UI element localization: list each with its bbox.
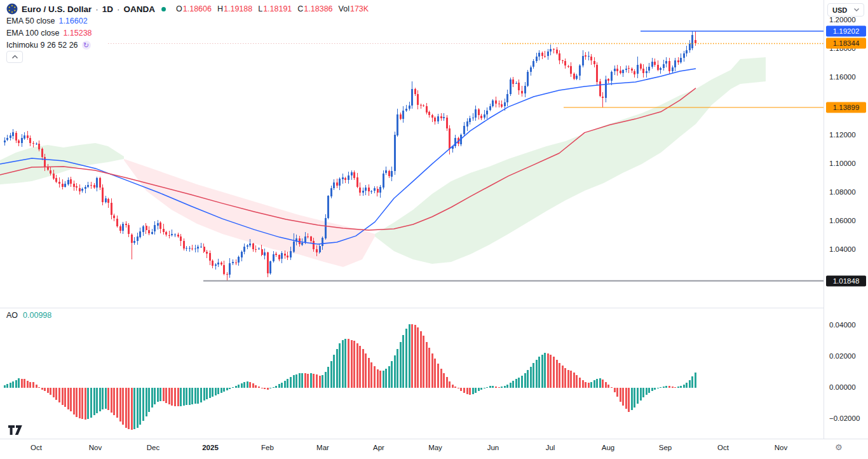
price-tick-label: 1.04000 xyxy=(829,245,856,253)
ema100-label: EMA 100 close xyxy=(6,29,59,38)
open-label: O xyxy=(176,4,182,13)
time-axis[interactable]: ⚙ OctNovDec2025FebMarAprMayJunJulAugSepO… xyxy=(0,439,868,459)
ema100-legend-row[interactable]: EMA 100 close 1.15238 xyxy=(6,28,369,38)
price-tick-label: 1.06000 xyxy=(829,217,856,224)
chart-legend: Euro / U.S. Dollar · 1D · OANDA O1.18606… xyxy=(6,4,369,50)
month-label: Jul xyxy=(546,444,555,451)
ao-legend-row[interactable]: AO 0.00998 xyxy=(6,311,51,320)
price-tick-label: 1.10000 xyxy=(829,160,856,167)
chevron-up-icon xyxy=(12,55,18,58)
trading-chart-app: Euro / U.S. Dollar · 1D · OANDA O1.18606… xyxy=(0,0,868,459)
ao-indicator-pane[interactable] xyxy=(0,309,824,439)
month-label: Aug xyxy=(602,444,614,451)
price-tick-label: −0.02000 xyxy=(829,414,860,422)
month-label: Apr xyxy=(373,444,384,451)
ichimoku-label: Ichimoku 9 26 52 26 xyxy=(6,41,78,50)
price-tick-label: 1.12000 xyxy=(829,131,856,139)
month-label: Dec xyxy=(147,444,159,451)
ema50-label: EMA 50 close xyxy=(6,17,55,25)
close-value: 1.18386 xyxy=(304,4,332,13)
market-status-dot[interactable] xyxy=(161,7,166,11)
ichimoku-legend-row[interactable]: Ichimoku 9 26 52 26 ↻ xyxy=(6,40,369,50)
month-label: Mar xyxy=(316,444,329,451)
month-label: Oct xyxy=(31,444,42,451)
gear-icon[interactable]: ⚙ xyxy=(835,442,843,452)
month-label: Sep xyxy=(659,444,672,451)
tradingview-logo[interactable] xyxy=(8,423,25,437)
high-label: H xyxy=(217,4,223,13)
price-tick-label: 1.20000 xyxy=(829,16,856,24)
price-tick-label: 1.16000 xyxy=(829,73,856,81)
ohlc-values: O1.18606 H1.19188 L1.18191 C1.18386 Vol1… xyxy=(176,4,369,13)
legend-collapse-button[interactable] xyxy=(6,51,23,63)
low-label: L xyxy=(258,4,262,13)
currency-label: USD xyxy=(832,6,847,14)
currency-selector[interactable]: USD xyxy=(827,3,864,17)
month-label: Feb xyxy=(261,444,274,451)
interval-label: 1D xyxy=(102,4,113,14)
chevron-down-icon xyxy=(854,8,859,11)
ichimoku-cloud xyxy=(0,57,766,267)
ao-histogram xyxy=(4,324,696,430)
symbol-legend-row[interactable]: Euro / U.S. Dollar · 1D · OANDA O1.18606… xyxy=(6,4,369,14)
exchange-label: OANDA xyxy=(124,4,156,14)
month-label: Jun xyxy=(487,444,499,451)
month-label: Oct xyxy=(717,444,729,451)
symbol-icon xyxy=(6,3,18,15)
high-value: 1.19188 xyxy=(224,4,252,13)
low-value: 1.18191 xyxy=(263,4,292,13)
loading-spinner-icon: ↻ xyxy=(82,41,91,50)
price-level-badge: 1.19202 xyxy=(826,26,866,37)
price-tick-label: 0.04000 xyxy=(829,321,856,329)
ema50-value: 1.16602 xyxy=(58,17,87,25)
ema50-legend-row[interactable]: EMA 50 close 1.16602 xyxy=(6,16,369,26)
ao-value: 0.00998 xyxy=(23,311,51,320)
price-level-badge: 1.13899 xyxy=(826,102,866,113)
close-label: C xyxy=(297,4,303,13)
price-tick-label: 1.08000 xyxy=(829,188,856,196)
price-tick-label: 0.02000 xyxy=(829,352,856,360)
month-label: Nov xyxy=(89,444,102,451)
pane-separator[interactable] xyxy=(0,308,868,308)
title-separator: · xyxy=(117,4,120,14)
price-level-badge: 1.18344 xyxy=(826,38,866,49)
month-label: May xyxy=(428,444,442,451)
month-label: Nov xyxy=(775,444,787,451)
month-label: 2025 xyxy=(202,444,219,451)
volume-value: 173K xyxy=(350,4,369,13)
symbol-title: Euro / U.S. Dollar xyxy=(22,4,92,14)
title-separator: · xyxy=(95,4,98,14)
price-axis[interactable]: USD 1.200001.180001.160001.120001.100001… xyxy=(824,0,868,459)
price-level-badge: 1.01848 xyxy=(826,275,866,286)
ema100-value: 1.15238 xyxy=(63,29,92,38)
volume-label: Vol xyxy=(339,4,349,13)
open-value: 1.18606 xyxy=(183,4,212,13)
price-tick-label: 0.00000 xyxy=(829,383,856,391)
ao-label: AO xyxy=(6,311,18,320)
